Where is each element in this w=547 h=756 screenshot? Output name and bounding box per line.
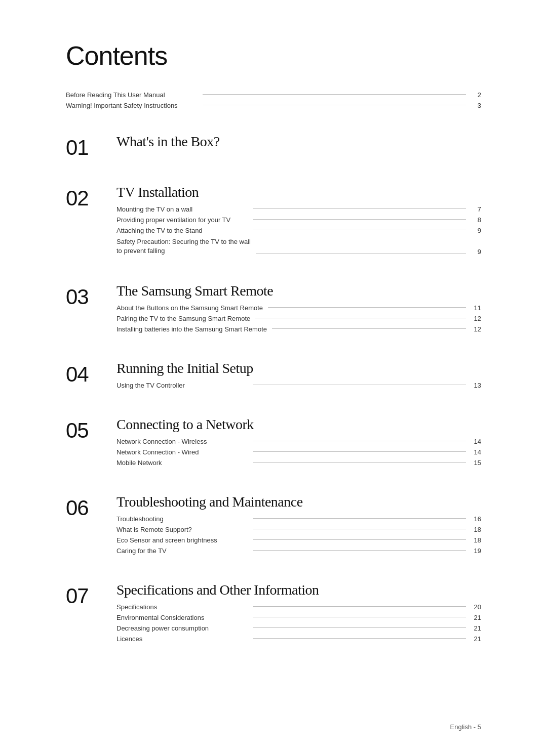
toc-row-s06-e0: Troubleshooting16: [116, 515, 481, 523]
toc-dots-s05-e2: [253, 462, 466, 463]
toc-label-s03-e2: Installing batteries into the Samsung Sm…: [116, 325, 267, 333]
toc-label-s03-e1: Pairing the TV to the Samsung Smart Remo…: [116, 315, 250, 322]
toc-row-s03-e1: Pairing the TV to the Samsung Smart Remo…: [116, 315, 481, 322]
toc-row-s03-e2: Installing batteries into the Samsung Sm…: [116, 325, 481, 333]
page-container: Contents Before Reading This User Manual…: [0, 0, 547, 710]
toc-dots-s04-e0: [253, 385, 466, 385]
toc-label-s02-e3: Safety Precaution: Securing the TV to th…: [116, 237, 251, 256]
toc-label-s07-e1: Environmental Considerations: [116, 614, 248, 621]
toc-label-s05-e1: Network Connection - Wired: [116, 448, 248, 456]
toc-page-s07-e3: 21: [471, 635, 481, 643]
section-title-07: Specifications and Other Information: [116, 582, 481, 598]
section-title-01: What's in the Box?: [116, 134, 481, 150]
toc-row-s07-e2: Decreasing power consumption21: [116, 624, 481, 632]
toc-dots-s03-e0: [268, 307, 466, 308]
toc-row-s06-e2: Eco Sensor and screen brightness18: [116, 536, 481, 544]
intro-label-1: Before Reading This User Manual: [66, 91, 198, 99]
toc-row-s07-e3: Licences21: [116, 635, 481, 643]
toc-dots-s07-e2: [253, 627, 466, 628]
section-number-03: 03: [66, 283, 116, 336]
toc-dots-s02-e1: [253, 219, 466, 220]
section-content-06: Troubleshooting and MaintenanceTroublesh…: [116, 494, 481, 558]
section-block-03: 03The Samsung Smart RemoteAbout the Butt…: [66, 283, 481, 336]
toc-label-s05-e2: Mobile Network: [116, 459, 248, 467]
section-content-07: Specifications and Other InformationSpec…: [116, 582, 481, 646]
intro-page-2: 3: [471, 102, 481, 109]
toc-page-s06-e1: 18: [471, 526, 481, 533]
toc-dots-s03-e1: [255, 318, 466, 318]
section-content-02: TV InstallationMounting the TV on a wall…: [116, 184, 481, 259]
toc-label-s05-e0: Network Connection - Wireless: [116, 438, 248, 445]
section-number-01: 01: [66, 134, 116, 160]
section-content-03: The Samsung Smart RemoteAbout the Button…: [116, 283, 481, 336]
toc-row-s06-e1: What is Remote Support?18: [116, 526, 481, 533]
toc-row-s02-e3: Safety Precaution: Securing the TV to th…: [116, 237, 481, 256]
section-block-07: 07Specifications and Other InformationSp…: [66, 582, 481, 646]
intro-row-2: Warning! Important Safety Instructions 3: [66, 102, 481, 109]
footer-text: English - 5: [450, 723, 481, 731]
toc-dots-s06-e0: [253, 518, 466, 519]
section-title-03: The Samsung Smart Remote: [116, 283, 481, 299]
toc-label-s06-e1: What is Remote Support?: [116, 526, 248, 533]
toc-page-s02-e0: 7: [471, 205, 481, 213]
toc-page-s05-e0: 14: [471, 438, 481, 445]
toc-label-s06-e0: Troubleshooting: [116, 515, 248, 523]
section-title-02: TV Installation: [116, 184, 481, 200]
section-number-06: 06: [66, 494, 116, 558]
section-number-07: 07: [66, 582, 116, 646]
toc-dots-s02-e2: [253, 230, 466, 230]
section-block-02: 02TV InstallationMounting the TV on a wa…: [66, 184, 481, 259]
section-number-04: 04: [66, 360, 116, 392]
intro-dots-2: [203, 105, 466, 105]
toc-row-s03-e0: About the Buttons on the Samsung Smart R…: [116, 304, 481, 312]
toc-page-s03-e0: 11: [471, 304, 481, 312]
toc-label-s04-e0: Using the TV Controller: [116, 382, 248, 389]
section-entries-07: Specifications20Environmental Considerat…: [116, 603, 481, 643]
toc-label-s07-e2: Decreasing power consumption: [116, 624, 248, 632]
toc-row-s05-e2: Mobile Network15: [116, 459, 481, 467]
toc-row-s02-e2: Attaching the TV to the Stand9: [116, 227, 481, 234]
toc-page-s04-e0: 13: [471, 382, 481, 389]
intro-dots-1: [203, 94, 466, 95]
section-block-05: 05Connecting to a NetworkNetwork Connect…: [66, 416, 481, 470]
toc-row-s07-e0: Specifications20: [116, 603, 481, 611]
toc-row-s05-e0: Network Connection - Wireless14: [116, 438, 481, 445]
toc-dots-s05-e0: [253, 441, 466, 441]
toc-page-s05-e1: 14: [471, 448, 481, 456]
intro-row-1: Before Reading This User Manual 2: [66, 91, 481, 99]
toc-label-s06-e3: Caring for the TV: [116, 547, 248, 555]
toc-row-s05-e1: Network Connection - Wired14: [116, 448, 481, 456]
section-block-01: 01What's in the Box?: [66, 134, 481, 160]
toc-dots-s02-e0: [253, 208, 466, 209]
toc-dots-s06-e2: [253, 539, 466, 540]
toc-page-s05-e2: 15: [471, 459, 481, 467]
intro-section: Before Reading This User Manual 2 Warnin…: [66, 91, 481, 109]
toc-page-s06-e2: 18: [471, 536, 481, 544]
toc-page-s06-e3: 19: [471, 547, 481, 555]
toc-label-s02-e1: Providing proper ventilation for your TV: [116, 216, 248, 224]
toc-page-s02-e3: 9: [471, 248, 481, 256]
section-entries-05: Network Connection - Wireless14Network C…: [116, 438, 481, 467]
sections-container: 01What's in the Box?02TV InstallationMou…: [66, 134, 481, 646]
toc-dots-s02-e3: [256, 254, 466, 254]
toc-page-s03-e2: 12: [471, 325, 481, 333]
toc-page-s06-e0: 16: [471, 515, 481, 523]
footer: English - 5: [450, 723, 481, 731]
section-title-06: Troubleshooting and Maintenance: [116, 494, 481, 510]
section-number-02: 02: [66, 184, 116, 259]
section-entries-04: Using the TV Controller13: [116, 382, 481, 389]
toc-row-s07-e1: Environmental Considerations21: [116, 614, 481, 621]
section-title-05: Connecting to a Network: [116, 416, 481, 433]
toc-row-s02-e1: Providing proper ventilation for your TV…: [116, 216, 481, 224]
toc-label-s02-e0: Mounting the TV on a wall: [116, 205, 248, 213]
section-content-05: Connecting to a NetworkNetwork Connectio…: [116, 416, 481, 470]
section-number-05: 05: [66, 416, 116, 470]
toc-label-s03-e0: About the Buttons on the Samsung Smart R…: [116, 304, 263, 312]
toc-dots-s07-e1: [253, 617, 466, 617]
section-block-06: 06Troubleshooting and MaintenanceTrouble…: [66, 494, 481, 558]
toc-page-s07-e1: 21: [471, 614, 481, 621]
toc-label-s06-e2: Eco Sensor and screen brightness: [116, 536, 248, 544]
toc-label-s07-e0: Specifications: [116, 603, 248, 611]
toc-label-s07-e3: Licences: [116, 635, 248, 643]
section-block-04: 04Running the Initial SetupUsing the TV …: [66, 360, 481, 392]
